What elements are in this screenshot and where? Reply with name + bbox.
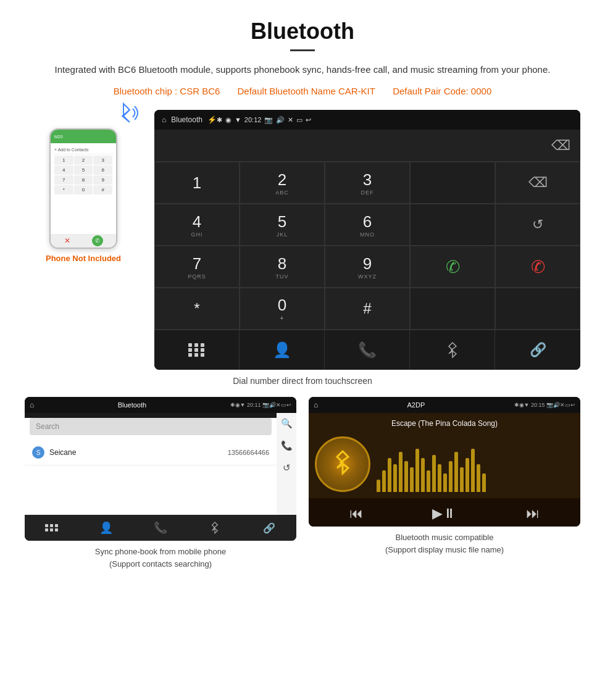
- phone-wrapper: M20 + Add to Contacts 123 456 789 *0# ✕: [49, 128, 117, 249]
- title-divider: [290, 49, 315, 51]
- equalizer: [377, 436, 574, 492]
- key-6[interactable]: 6MNO: [325, 204, 410, 246]
- signal-icon: ▼: [235, 116, 241, 123]
- song-title: Escape (The Pina Colada Song): [391, 419, 498, 428]
- pb-action-bar: 👤 📞 🔗: [25, 515, 296, 541]
- dial-caption: Dial number direct from touchscreen: [25, 376, 580, 386]
- action-contacts[interactable]: 👤: [240, 330, 325, 370]
- music-caption: Bluetooth music compatible (Support disp…: [309, 531, 580, 556]
- action-keypad[interactable]: [154, 330, 240, 370]
- search-bar[interactable]: Search: [30, 418, 272, 435]
- music-status-bar: ⌂ A2DP ✱◉▼ 20:15 📷🔊✕▭↩: [309, 397, 580, 413]
- key-backspace[interactable]: ⌫: [495, 162, 580, 204]
- camera-icon[interactable]: 📷: [264, 116, 273, 124]
- next-track-button[interactable]: ⏭: [526, 506, 540, 522]
- home-icon[interactable]: ⌂: [162, 115, 166, 124]
- bt-icon: ✱: [217, 116, 222, 124]
- bt-name: Default Bluetooth Name CAR-KIT: [238, 86, 375, 96]
- pb-status-title: Bluetooth: [34, 401, 230, 409]
- key-4[interactable]: 4GHI: [154, 204, 240, 246]
- pb-caption: Sync phone-book from mobile phone (Suppo…: [25, 546, 296, 570]
- dial-screen: ⌂ Bluetooth ⚡ ✱ ◉ ▼ 20:12 📷 🔊 ✕ ▭ ↩: [154, 110, 580, 370]
- music-status-icons: ✱◉▼ 20:15 📷🔊✕▭↩: [514, 402, 575, 408]
- pb-phone-icon[interactable]: 📞: [281, 440, 293, 451]
- phonebook-screen-wrapper: ⌂ Bluetooth ✱◉▼ 20:11 📷🔊✕▭↩ Search S Sei…: [25, 397, 296, 570]
- action-link[interactable]: 🔗: [495, 330, 580, 370]
- status-left: ⌂ Bluetooth ⚡: [162, 115, 217, 124]
- search-placeholder: Search: [36, 422, 59, 431]
- play-pause-button[interactable]: ▶⏸: [432, 506, 456, 522]
- phone-status-bar: M20: [51, 130, 116, 143]
- key-star[interactable]: *: [154, 288, 240, 330]
- dial-display: ⌫: [154, 130, 580, 162]
- music-art-row: [315, 436, 574, 492]
- svg-line-0: [123, 110, 130, 116]
- pb-action-user[interactable]: 👤: [79, 515, 133, 541]
- music-caption-line1: Bluetooth music compatible: [396, 533, 494, 542]
- action-phone[interactable]: 📞: [325, 330, 410, 370]
- music-status-title: A2DP: [318, 401, 514, 409]
- music-screen: ⌂ A2DP ✱◉▼ 20:15 📷🔊✕▭↩ Escape (The Pina …: [309, 397, 580, 527]
- keypad-grid: 1 2ABC 3DEF ⌫ 4GHI 5JKL: [154, 162, 580, 330]
- key-0[interactable]: 0+: [240, 288, 325, 330]
- key-redial[interactable]: ↺: [495, 204, 580, 246]
- prev-track-button[interactable]: ⏮: [349, 506, 363, 522]
- key-empty-3: [410, 288, 495, 330]
- phonebook-screen: ⌂ Bluetooth ✱◉▼ 20:11 📷🔊✕▭↩ Search S Sei…: [25, 397, 296, 541]
- pb-action-bt[interactable]: [188, 515, 242, 541]
- music-home-icon[interactable]: ⌂: [314, 401, 318, 409]
- phonebook-status-bar: ⌂ Bluetooth ✱◉▼ 20:11 📷🔊✕▭↩: [25, 397, 296, 413]
- contact-row[interactable]: S Seicane 13566664466: [25, 440, 277, 465]
- main-content-row: M20 + Add to Contacts 123 456 789 *0# ✕: [25, 110, 580, 370]
- key-1[interactable]: 1: [154, 162, 240, 204]
- phone-bottom-bar: ✕ ✆: [51, 234, 116, 248]
- key-empty-1: [410, 162, 495, 204]
- music-disc: [315, 436, 370, 492]
- pb-search-icon[interactable]: 🔍: [281, 418, 293, 429]
- pb-action-link[interactable]: 🔗: [242, 515, 296, 541]
- key-empty-2: [410, 204, 495, 246]
- phone-not-included-label: Phone Not Included: [46, 254, 121, 263]
- phone-keypad: 123 456 789 *0#: [53, 154, 114, 196]
- key-call-green[interactable]: ✆: [410, 246, 495, 288]
- key-8[interactable]: 8TUV: [240, 246, 325, 288]
- backspace-button[interactable]: ⌫: [551, 138, 570, 154]
- pb-action-phone[interactable]: 📞: [133, 515, 188, 541]
- action-bluetooth[interactable]: [410, 330, 495, 370]
- pb-content: Search S Seicane 13566664466: [25, 413, 277, 515]
- usb-icon: ⚡: [207, 115, 217, 124]
- page-title: Bluetooth: [25, 19, 580, 44]
- close-icon[interactable]: ✕: [288, 116, 293, 124]
- status-title: Bluetooth: [171, 115, 202, 124]
- phone-add-contacts: + Add to Contacts: [53, 146, 114, 154]
- music-caption-line2: (Support display music file name): [385, 545, 504, 554]
- key-9[interactable]: 9WXYZ: [325, 246, 410, 288]
- volume-icon[interactable]: 🔊: [276, 116, 285, 124]
- key-3[interactable]: 3DEF: [325, 162, 410, 204]
- action-row: 👤 📞 🔗: [154, 330, 580, 370]
- key-2[interactable]: 2ABC: [240, 162, 325, 204]
- title-section: Bluetooth: [25, 19, 580, 51]
- bt-pair: Default Pair Code: 0000: [393, 86, 491, 96]
- key-empty-4: [495, 288, 580, 330]
- pb-home-icon[interactable]: ⌂: [30, 401, 34, 409]
- description: Integrated with BC6 Bluetooth module, su…: [25, 62, 580, 77]
- contact-name: Seicane: [49, 448, 228, 457]
- pb-bg: Search S Seicane 13566664466: [25, 418, 277, 515]
- pb-refresh-icon[interactable]: ↺: [283, 462, 291, 473]
- key-5[interactable]: 5JKL: [240, 204, 325, 246]
- window-icon[interactable]: ▭: [296, 116, 302, 124]
- key-hash[interactable]: #: [325, 288, 410, 330]
- key-7[interactable]: 7PQRS: [154, 246, 240, 288]
- back-icon[interactable]: ↩: [306, 116, 311, 124]
- pb-caption-line1: Sync phone-book from mobile phone: [95, 547, 226, 556]
- contacts-empty-space: [25, 465, 277, 515]
- bt-specs: Bluetooth chip : CSR BC6 Default Bluetoo…: [25, 86, 580, 96]
- pb-main-layout: Search S Seicane 13566664466 🔍 �: [25, 413, 296, 515]
- pb-sidebar: 🔍 📞 ↺: [277, 413, 296, 515]
- pb-action-grid[interactable]: [25, 515, 79, 541]
- phone-screen: + Add to Contacts 123 456 789 *0#: [51, 143, 116, 234]
- bottom-row: ⌂ Bluetooth ✱◉▼ 20:11 📷🔊✕▭↩ Search S Sei…: [25, 397, 580, 570]
- key-call-red[interactable]: ✆: [495, 246, 580, 288]
- pb-status-icons: ✱◉▼ 20:11 📷🔊✕▭↩: [230, 402, 291, 408]
